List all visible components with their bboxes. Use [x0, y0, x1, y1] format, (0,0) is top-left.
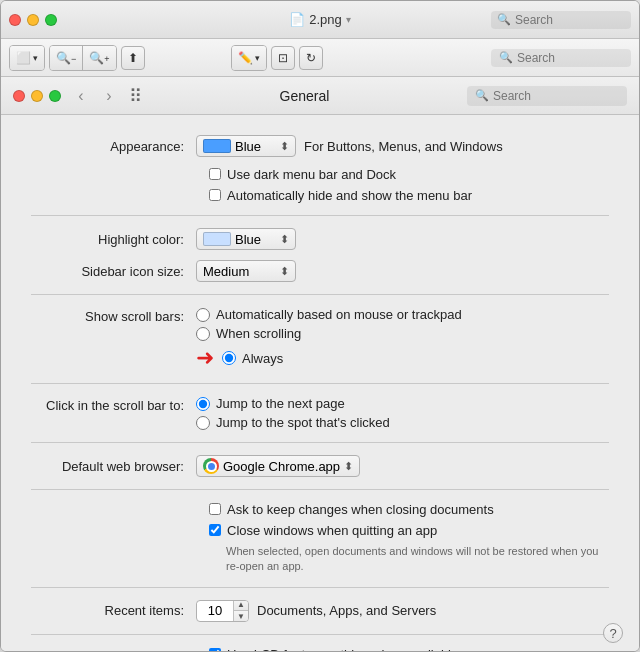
nav-title: General — [146, 88, 463, 104]
lcd-smoothing-row: Use LCD font smoothing when available — [209, 647, 609, 652]
zoom-in-icon: 🔍+ — [89, 51, 109, 65]
zoom-group: 🔍− 🔍+ — [49, 45, 117, 71]
sidebar-icon-size-control: Medium ⬍ — [196, 260, 296, 282]
title-bar: 📄 2.png ▾ 🔍 — [1, 1, 639, 39]
recent-items-description: Documents, Apps, and Servers — [257, 603, 436, 618]
default-browser-value: Google Chrome.app — [223, 459, 340, 474]
recent-items-stepper[interactable]: 10 ▲ ▼ — [196, 600, 249, 622]
recent-items-spinners: ▲ ▼ — [233, 600, 248, 622]
help-button[interactable]: ? — [603, 623, 623, 643]
blue-swatch — [203, 139, 231, 153]
close-windows-helper: When selected, open documents and window… — [226, 544, 606, 575]
nav-close-dot — [13, 90, 25, 102]
sidebar-icon-size-select[interactable]: Medium ⬍ — [196, 260, 296, 282]
recent-items-label: Recent items: — [31, 603, 196, 618]
scroll-auto-label: Automatically based on mouse or trackpad — [216, 307, 462, 322]
rotate-button[interactable]: ↻ — [299, 46, 323, 70]
chrome-icon — [203, 458, 219, 474]
title-bar-search-input[interactable] — [515, 13, 625, 27]
click-scroll-group: Jump to the next page Jump to the spot t… — [196, 396, 390, 430]
traffic-lights — [9, 14, 57, 26]
lcd-smoothing-checkbox[interactable] — [209, 648, 221, 652]
nav-search-icon: 🔍 — [475, 89, 489, 102]
appearance-chevron: ⬍ — [280, 140, 289, 153]
sidebar-icon-size-value: Medium — [203, 264, 249, 279]
scroll-scrolling-label: When scrolling — [216, 326, 301, 341]
scroll-always-radio-row: Always — [222, 351, 283, 366]
sidebar-toggle-button[interactable]: ⬜ ▾ — [10, 46, 44, 70]
lcd-smoothing-label: Use LCD font smoothing when available — [227, 647, 458, 652]
close-windows-label: Close windows when quitting an app — [227, 523, 437, 538]
keep-changes-row: Ask to keep changes when closing documen… — [209, 502, 609, 538]
annotate-group: ✏️ ▾ — [231, 45, 267, 71]
close-button[interactable] — [9, 14, 21, 26]
nav-minimize-dot — [31, 90, 43, 102]
scroll-always-radio[interactable] — [222, 351, 236, 365]
highlight-color-select[interactable]: Blue ⬍ — [196, 228, 296, 250]
sidebar-icon-size-row: Sidebar icon size: Medium ⬍ — [31, 260, 609, 282]
show-scroll-bars-group: Automatically based on mouse or trackpad… — [196, 307, 462, 371]
divider-2 — [31, 294, 609, 295]
appearance-select[interactable]: Blue ⬍ — [196, 135, 296, 157]
zoom-out-icon: 🔍− — [56, 51, 76, 65]
view-toggle-group: ⬜ ▾ — [9, 45, 45, 71]
appearance-row: Appearance: Blue ⬍ For Buttons, Menus, a… — [31, 135, 609, 157]
dark-menu-bar-label: Use dark menu bar and Dock — [227, 167, 396, 182]
divider-6 — [31, 587, 609, 588]
keep-changes-label: Ask to keep changes when closing documen… — [227, 502, 494, 517]
default-browser-row: Default web browser: Google Chrome.app ⬍ — [31, 455, 609, 477]
lcd-smoothing-checkbox-row: Use LCD font smoothing when available — [209, 647, 609, 652]
show-scroll-bars-label: Show scroll bars: — [31, 307, 196, 324]
click-spot-label: Jump to the spot that's clicked — [216, 415, 390, 430]
close-windows-checkbox[interactable] — [209, 524, 221, 536]
auto-hide-label: Automatically hide and show the menu bar — [227, 188, 472, 203]
toolbar-search-input[interactable] — [517, 51, 623, 65]
grid-view-button[interactable]: ⠿ — [129, 85, 142, 107]
nav-search-input[interactable] — [493, 89, 619, 103]
nav-back-button[interactable]: ‹ — [69, 84, 93, 108]
auto-hide-checkbox[interactable] — [209, 189, 221, 201]
minimize-button[interactable] — [27, 14, 39, 26]
dark-menu-bar-row: Use dark menu bar and Dock Automatically… — [209, 167, 609, 203]
scroll-auto-row: Automatically based on mouse or trackpad — [196, 307, 462, 322]
dark-menu-bar-checkbox-row: Use dark menu bar and Dock — [209, 167, 609, 182]
toolbar-center-group: ✏️ ▾ ⊡ ↻ — [231, 45, 323, 71]
default-browser-select[interactable]: Google Chrome.app ⬍ — [196, 455, 360, 477]
recent-items-up-button[interactable]: ▲ — [234, 600, 248, 611]
scroll-always-row: ➜ Always — [196, 345, 462, 371]
zoom-in-button[interactable]: 🔍+ — [83, 46, 115, 70]
share-button[interactable]: ⬆ — [121, 46, 145, 70]
sidebar-icon: ⬜ — [16, 51, 31, 65]
pencil-button[interactable]: ✏️ ▾ — [232, 46, 266, 70]
file-icon: 📄 — [289, 12, 305, 27]
crop-button[interactable]: ⊡ — [271, 46, 295, 70]
default-browser-chevron: ⬍ — [344, 460, 353, 473]
click-next-page-radio[interactable] — [196, 397, 210, 411]
scroll-scrolling-radio[interactable] — [196, 327, 210, 341]
maximize-button[interactable] — [45, 14, 57, 26]
nav-forward-button[interactable]: › — [97, 84, 121, 108]
dropdown-icon: ▾ — [346, 14, 351, 25]
scroll-scrolling-row: When scrolling — [196, 326, 462, 341]
close-windows-checkbox-row: Close windows when quitting an app — [209, 523, 609, 538]
sidebar-icon-size-chevron: ⬍ — [280, 265, 289, 278]
zoom-out-button[interactable]: 🔍− — [50, 46, 83, 70]
divider-3 — [31, 383, 609, 384]
toolbar-search-box[interactable]: 🔍 — [491, 49, 631, 67]
scroll-auto-radio[interactable] — [196, 308, 210, 322]
arrow-indicator: ➜ — [196, 345, 214, 371]
recent-items-input[interactable]: 10 — [197, 603, 233, 618]
recent-items-down-button[interactable]: ▼ — [234, 611, 248, 622]
nav-bar: ‹ › ⠿ General 🔍 — [1, 77, 639, 115]
auto-hide-row: Automatically hide and show the menu bar — [209, 188, 609, 203]
title-bar-search-box[interactable]: 🔍 — [491, 11, 631, 29]
show-scroll-bars-row: Show scroll bars: Automatically based on… — [31, 307, 609, 371]
dark-menu-bar-checkbox[interactable] — [209, 168, 221, 180]
search-icon: 🔍 — [497, 13, 511, 26]
nav-search-box[interactable]: 🔍 — [467, 86, 627, 106]
search-icon: 🔍 — [499, 51, 513, 64]
click-spot-radio[interactable] — [196, 416, 210, 430]
default-browser-control: Google Chrome.app ⬍ — [196, 455, 360, 477]
content-area: Appearance: Blue ⬍ For Buttons, Menus, a… — [1, 115, 639, 652]
keep-changes-checkbox[interactable] — [209, 503, 221, 515]
